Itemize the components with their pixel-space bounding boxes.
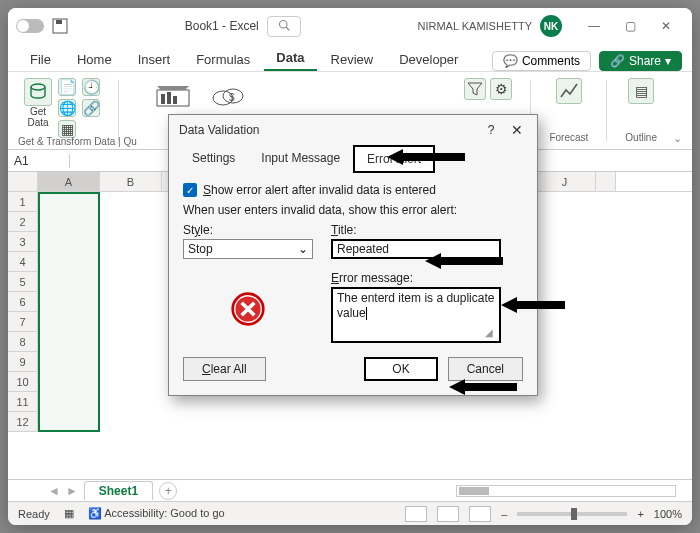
row-header[interactable]: 7: [8, 312, 37, 332]
next-sheet-icon[interactable]: ►: [66, 484, 78, 498]
minimize-button[interactable]: —: [576, 12, 612, 40]
from-web-icon[interactable]: 🌐: [58, 99, 76, 117]
share-icon: 🔗: [610, 54, 625, 68]
col-header[interactable]: [596, 172, 616, 191]
get-data-label: Get Data: [27, 106, 48, 128]
svg-text:$: $: [229, 92, 235, 103]
zoom-level[interactable]: 100%: [654, 508, 682, 520]
row-header[interactable]: 2: [8, 212, 37, 232]
col-header[interactable]: A: [38, 172, 100, 191]
dialog-tab-input-message[interactable]: Input Message: [248, 145, 353, 173]
outline-icon[interactable]: ▤: [628, 78, 654, 104]
title-input[interactable]: Repeated: [331, 239, 501, 259]
chevron-down-icon: ▾: [665, 54, 671, 68]
row-header[interactable]: 9: [8, 352, 37, 372]
col-header[interactable]: J: [534, 172, 596, 191]
cancel-button[interactable]: Cancel: [448, 357, 523, 381]
row-header[interactable]: 4: [8, 252, 37, 272]
dialog-tab-error-alert[interactable]: Error Alert: [353, 145, 435, 173]
forecast-icon[interactable]: [556, 78, 582, 104]
ribbon-tabs: File Home Insert Formulas Data Review De…: [8, 44, 692, 72]
zoom-out-button[interactable]: –: [501, 508, 507, 520]
maximize-button[interactable]: ▢: [612, 12, 648, 40]
svg-rect-1: [56, 20, 62, 24]
share-label: Share: [629, 54, 661, 68]
row-header[interactable]: 5: [8, 272, 37, 292]
svg-point-4: [31, 84, 45, 90]
dialog-titlebar[interactable]: Data Validation ? ✕: [169, 115, 537, 145]
filter-icon[interactable]: [464, 78, 486, 100]
tab-home[interactable]: Home: [65, 48, 124, 71]
show-alert-checkbox[interactable]: ✓: [183, 183, 197, 197]
name-box[interactable]: A1: [8, 154, 70, 168]
zoom-in-button[interactable]: +: [637, 508, 643, 520]
page-layout-button[interactable]: [437, 506, 459, 522]
row-headers: 1 2 3 4 5 6 7 8 9 10 11 12: [8, 192, 38, 432]
tab-developer[interactable]: Developer: [387, 48, 470, 71]
horizontal-scrollbar[interactable]: [456, 485, 676, 497]
svg-point-2: [279, 20, 287, 28]
help-button[interactable]: ?: [483, 123, 499, 137]
autosave-toggle[interactable]: [16, 19, 44, 33]
tab-review[interactable]: Review: [319, 48, 386, 71]
connections-icon[interactable]: 🔗: [82, 99, 100, 117]
sheet-tab[interactable]: Sheet1: [84, 481, 153, 500]
row-header[interactable]: 6: [8, 292, 37, 312]
resize-grip-icon[interactable]: ◢: [485, 327, 495, 337]
error-message-label: Error message:: [331, 271, 501, 285]
dialog-title: Data Validation: [179, 123, 260, 137]
svg-line-3: [286, 27, 289, 30]
tab-data[interactable]: Data: [264, 46, 316, 71]
dialog-close-button[interactable]: ✕: [507, 120, 527, 140]
add-sheet-button[interactable]: +: [159, 482, 177, 500]
tab-insert[interactable]: Insert: [126, 48, 183, 71]
user-name: NIRMAL KAMISHETTY: [418, 20, 533, 32]
row-header[interactable]: 1: [8, 192, 37, 212]
recent-icon[interactable]: 🕘: [82, 78, 100, 96]
accessibility-label: Accessibility: Good to go: [104, 507, 224, 519]
sheet-tabs-row: ◄ ► Sheet1 +: [8, 479, 692, 501]
tab-file[interactable]: File: [18, 48, 63, 71]
row-header[interactable]: 10: [8, 372, 37, 392]
dialog-tab-settings[interactable]: Settings: [179, 145, 248, 173]
titlebar: Book1 - Excel NIRMAL KAMISHETTY NK — ▢ ✕: [8, 8, 692, 44]
zoom-slider[interactable]: [517, 512, 627, 516]
style-select[interactable]: Stop ⌄: [183, 239, 313, 259]
save-icon[interactable]: [52, 18, 68, 34]
normal-view-button[interactable]: [405, 506, 427, 522]
stocks-icon[interactable]: [152, 82, 194, 112]
group-caption-getdata: Get & Transform Data: [18, 136, 115, 147]
svg-rect-6: [161, 94, 165, 104]
advanced-icon[interactable]: ⚙: [490, 78, 512, 100]
status-ready: Ready: [18, 508, 50, 520]
svg-rect-8: [173, 96, 177, 104]
row-header[interactable]: 8: [8, 332, 37, 352]
select-all-corner[interactable]: [8, 172, 38, 192]
prev-sheet-icon[interactable]: ◄: [48, 484, 60, 498]
currencies-icon[interactable]: $: [208, 82, 250, 112]
search-box[interactable]: [267, 16, 301, 37]
accessibility-status[interactable]: ♿ Accessibility: Good to go: [88, 507, 225, 520]
row-header[interactable]: 12: [8, 412, 37, 432]
get-data-button[interactable]: [24, 78, 52, 106]
collapse-ribbon-icon[interactable]: ⌄: [673, 132, 682, 145]
col-header[interactable]: B: [100, 172, 162, 191]
tab-formulas[interactable]: Formulas: [184, 48, 262, 71]
ok-button[interactable]: OK: [364, 357, 437, 381]
chevron-down-icon: ⌄: [298, 242, 308, 256]
stop-icon: [230, 291, 266, 327]
page-break-button[interactable]: [469, 506, 491, 522]
close-button[interactable]: ✕: [648, 12, 684, 40]
row-header[interactable]: 11: [8, 392, 37, 412]
row-header[interactable]: 3: [8, 232, 37, 252]
clear-all-button[interactable]: Clear All: [183, 357, 266, 381]
search-icon: [278, 19, 290, 34]
outline-group: ▤ Outline: [619, 76, 663, 145]
from-text-icon[interactable]: 📄: [58, 78, 76, 96]
error-message-textarea[interactable]: The enterd item is a duplicate value ◢: [331, 287, 501, 343]
macro-icon[interactable]: ▦: [64, 507, 74, 520]
comment-icon: 💬: [503, 54, 518, 68]
share-button[interactable]: 🔗 Share ▾: [599, 51, 682, 71]
avatar[interactable]: NK: [540, 15, 562, 37]
comments-button[interactable]: 💬 Comments: [492, 51, 591, 71]
